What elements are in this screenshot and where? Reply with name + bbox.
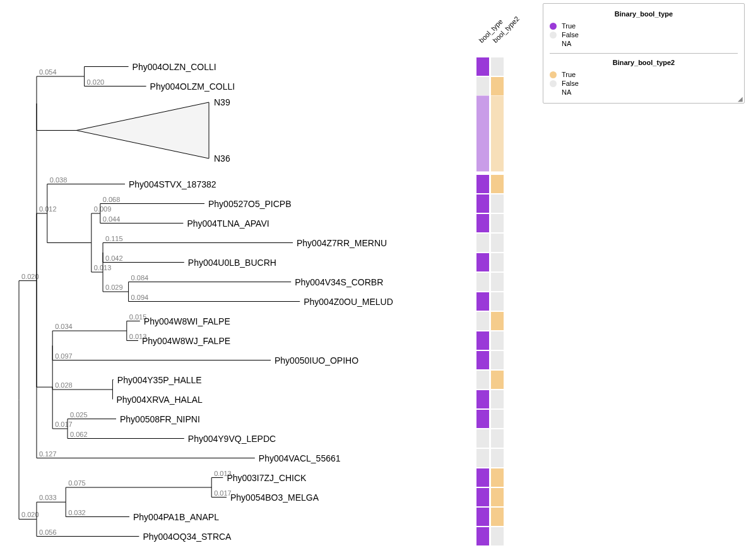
- leaf-label[interactable]: Phy004STVX_187382: [129, 179, 216, 189]
- annotation-cell-bool-type: [476, 292, 489, 311]
- collapsed-clade-label-top: N39: [214, 97, 230, 107]
- annotation-cell-bool-type2: [491, 96, 504, 172]
- collapsed-clade[interactable]: [76, 102, 209, 158]
- annotation-cell-bool-type2: [491, 194, 504, 213]
- leaf-label[interactable]: Phy004W8WI_FALPE: [144, 316, 230, 326]
- legend-swatch-grey-2: [550, 80, 557, 87]
- annotation-cell-bool-type: [476, 449, 489, 467]
- annotation-cell-bool-type2: [491, 410, 504, 428]
- branch-length-label: 0.034: [55, 323, 73, 330]
- tree-edge: [127, 321, 140, 331]
- leaf-label[interactable]: Phy004Z7RR_MERNU: [297, 238, 387, 248]
- branch-length-label: 0.075: [68, 479, 86, 487]
- annotation-cell-bool-type2: [491, 449, 504, 467]
- annotation-cell-bool-type2: [491, 331, 504, 350]
- annotation-cell-bool-type: [476, 410, 489, 428]
- branch-length-label: 0.017: [214, 489, 232, 497]
- leaf-label[interactable]: Phy004W8WJ_FALPE: [142, 336, 230, 346]
- annotation-cell-bool-type: [476, 273, 489, 291]
- tree-edge: [129, 282, 292, 292]
- branch-length-label: 0.056: [39, 528, 57, 536]
- branch-length-label: 0.020: [87, 78, 105, 86]
- tree-edge: [37, 76, 85, 104]
- leaf-label[interactable]: Phy00527O5_PICPB: [208, 199, 292, 209]
- tree-edge: [19, 281, 37, 400]
- branch-length-label: 0.097: [55, 352, 73, 360]
- tree-edge: [47, 213, 92, 243]
- legend-row-na-2: NA: [550, 88, 738, 97]
- branch-length-label: 0.068: [103, 196, 121, 203]
- annotation-cell-bool-type2: [491, 214, 504, 232]
- annotation-cell-bool-type2: [491, 253, 504, 271]
- leaf-label[interactable]: Phy004OQ34_STRCA: [143, 532, 232, 542]
- legend-label-na-2: NA: [562, 88, 571, 96]
- branch-length-label: 0.115: [105, 235, 123, 242]
- branch-length-label: 0.038: [50, 176, 68, 184]
- tree-edge: [100, 204, 204, 214]
- annotation-cell-bool-type: [476, 57, 489, 76]
- leaf-label[interactable]: Phy0054BO3_MELGA: [230, 492, 319, 503]
- leaf-label[interactable]: Phy004PA1B_ANAPL: [133, 512, 219, 522]
- tree-edge: [211, 478, 223, 488]
- legend-panel: Binary_bool_type True False NA Binary_bo…: [543, 3, 745, 104]
- legend-label-na-1: NA: [562, 40, 571, 47]
- annotation-cell-bool-type: [476, 508, 489, 526]
- annotation-cell-bool-type2: [491, 234, 504, 252]
- annotation-cell-bool-type2: [491, 429, 504, 448]
- annotation-cell-bool-type2: [491, 312, 504, 330]
- leaf-label[interactable]: Phy00508FR_NIPNI: [120, 414, 200, 424]
- branch-length-label: 0.084: [131, 274, 149, 282]
- annotation-cell-bool-type2: [491, 508, 504, 526]
- annotation-cell-bool-type2: [491, 468, 504, 487]
- tree-edge: [19, 400, 37, 520]
- leaf-label[interactable]: Phy004U0LB_BUCRH: [188, 258, 276, 268]
- legend-swatch-orange: [550, 71, 557, 78]
- annotation-cell-bool-type2: [491, 351, 504, 369]
- legend-row-false-1: False: [550, 30, 738, 39]
- leaf-label[interactable]: Phy004XRVA_HALAL: [116, 395, 203, 405]
- branch-length-label: 0.025: [70, 411, 88, 419]
- leaf-label[interactable]: Phy004Z0OU_MELUD: [304, 297, 393, 307]
- tree-edge: [37, 502, 66, 519]
- legend-label-false-1: False: [562, 31, 579, 39]
- branch-length-label: 0.028: [55, 381, 73, 389]
- leaf-label[interactable]: Phy0050IUO_OPIHO: [275, 355, 358, 366]
- legend-label-true-2: True: [562, 71, 576, 78]
- tree-edge: [52, 345, 271, 360]
- branch-length-label: 0.029: [105, 283, 123, 291]
- leaf-label[interactable]: Phy004VACL_55661: [259, 453, 341, 463]
- annotation-cell-bool-type: [476, 527, 489, 545]
- leaf-label[interactable]: Phy004OLZM_COLLI: [150, 81, 235, 92]
- legend-row-na-1: NA: [550, 39, 738, 48]
- tree-edge: [37, 213, 47, 281]
- branch-length-label: 0.009: [94, 205, 112, 213]
- legend-swatch-purple: [550, 23, 557, 30]
- tree-edge: [85, 67, 129, 77]
- branch-length-label: 0.094: [131, 294, 149, 301]
- annotation-cell-bool-type: [476, 96, 489, 172]
- tree-edge: [112, 380, 113, 390]
- annotation-cell-bool-type2: [491, 77, 504, 95]
- annotation-cell-bool-type: [476, 429, 489, 448]
- resize-icon[interactable]: ◢: [738, 95, 743, 102]
- leaf-label[interactable]: Phy004V34S_CORBR: [295, 277, 383, 287]
- tree-edge: [129, 292, 300, 302]
- leaf-label[interactable]: Phy004TLNA_APAVI: [187, 218, 269, 229]
- leaf-label[interactable]: Phy003I7ZJ_CHICK: [227, 473, 307, 483]
- legend-swatch-grey-1: [550, 32, 557, 39]
- leaf-label[interactable]: Phy004Y9VQ_LEPDC: [188, 434, 276, 444]
- tree-edge: [103, 243, 293, 253]
- legend-row-false-2: False: [550, 79, 738, 88]
- legend-label-false-2: False: [562, 80, 579, 87]
- branch-length-label: 0.033: [39, 494, 57, 501]
- tree-edge: [66, 487, 211, 502]
- legend-row-true-2: True: [550, 70, 738, 79]
- annotation-cell-bool-type: [476, 194, 489, 213]
- annotation-cell-bool-type2: [491, 57, 504, 76]
- leaf-label[interactable]: Phy004OLZN_COLLI: [133, 62, 216, 72]
- annotation-cell-bool-type2: [491, 488, 504, 506]
- leaf-label[interactable]: Phy004Y35P_HALLE: [117, 375, 202, 385]
- branch-length-label: 0.127: [39, 450, 57, 458]
- tree-edge: [68, 419, 116, 429]
- branch-length-label: 0.012: [39, 205, 57, 213]
